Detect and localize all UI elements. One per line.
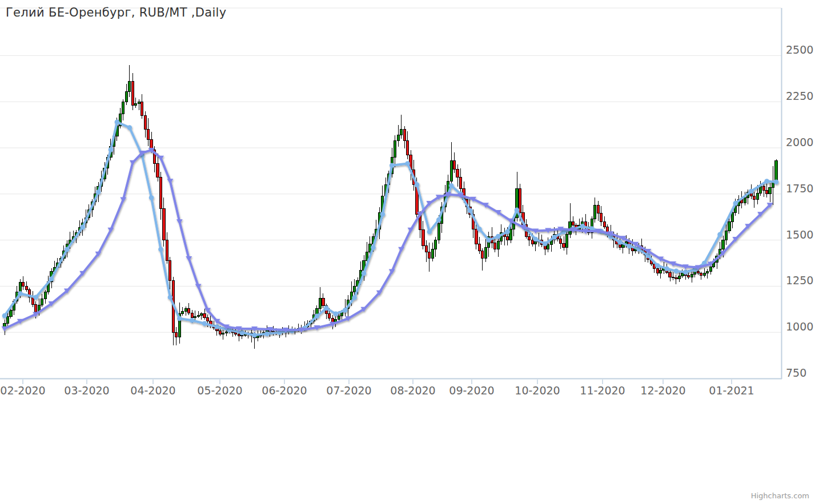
x-axis-label: 07-2020 [326, 384, 371, 397]
candle [681, 273, 684, 276]
candle [497, 241, 499, 249]
y-axis-label: 2250 [786, 90, 813, 102]
candle [163, 209, 165, 240]
sma-short-marker [496, 234, 501, 239]
candle [425, 245, 427, 252]
candle [597, 205, 599, 213]
sma-long-marker [176, 219, 183, 224]
candle [437, 224, 440, 240]
sma-short-marker [717, 232, 722, 237]
candle [690, 274, 693, 277]
sma-short-series[interactable] [2, 119, 779, 337]
y-axis-label: 750 [786, 366, 806, 379]
candle [703, 273, 705, 275]
sma-long-marker [398, 247, 404, 252]
candle [129, 82, 131, 92]
highcharts-container: 250022502000175015001250100075002-202003… [0, 0, 815, 504]
candle [35, 305, 37, 312]
sma-long-marker [130, 160, 136, 166]
candle [197, 315, 199, 316]
candle [775, 161, 777, 182]
candle [175, 332, 178, 337]
candle [319, 298, 321, 308]
x-axis-label: 10-2020 [515, 384, 560, 397]
sma-short-marker [415, 182, 420, 187]
highcharts-credit[interactable]: Highcharts.com [751, 491, 809, 500]
sma-short-marker [436, 217, 441, 223]
sma-short-marker [468, 208, 473, 213]
sma-short-marker [543, 241, 548, 247]
sma-short-marker [362, 271, 367, 276]
candle [531, 240, 533, 244]
candle [156, 163, 159, 177]
sma-short-marker [109, 147, 114, 152]
sma-short-marker [371, 245, 376, 250]
candle [563, 243, 565, 247]
candle [675, 278, 677, 279]
candle [241, 335, 243, 336]
x-axis-label: 09-2020 [449, 384, 494, 397]
candle [44, 292, 46, 299]
price-plot[interactable]: 250022502000175015001250100075002-202003… [0, 0, 815, 504]
candle [138, 102, 140, 103]
sma-short-marker [683, 270, 688, 275]
x-axis-label: 01-2021 [709, 384, 754, 397]
sma-short-marker [477, 227, 482, 232]
candle [328, 314, 331, 318]
candle [322, 298, 324, 306]
candle [435, 240, 437, 249]
sma-long-marker [167, 179, 173, 184]
candle [688, 275, 690, 277]
y-axis-label: 2000 [786, 136, 813, 148]
sma-short-marker [664, 266, 669, 271]
sma-short-marker [486, 237, 491, 243]
sma-short-marker [380, 212, 386, 217]
candle [200, 314, 202, 315]
candle [535, 242, 537, 244]
candle [728, 221, 730, 231]
candle [22, 283, 25, 286]
y-axis-label: 1250 [786, 274, 813, 287]
candle [41, 299, 43, 305]
candle [184, 308, 187, 311]
candle [669, 272, 671, 277]
sma-short-marker [617, 240, 623, 245]
sma-short-marker [252, 333, 257, 338]
candle [194, 316, 196, 317]
sma-long-marker [120, 197, 126, 202]
candle [494, 243, 496, 249]
sma-short-marker [390, 163, 395, 168]
candle [31, 297, 34, 305]
candle [141, 102, 143, 115]
candle [547, 244, 549, 249]
sma-short-marker [655, 263, 660, 268]
sma-short-marker [65, 247, 70, 252]
candle [6, 317, 9, 323]
candle [397, 135, 399, 140]
axes [0, 8, 782, 379]
candle [722, 240, 724, 249]
candle [519, 188, 521, 212]
candle [122, 102, 125, 114]
x-axis-label: 05-2020 [197, 384, 242, 397]
candle [191, 313, 193, 317]
x-axis-label: 08-2020 [390, 384, 435, 397]
sma-short-marker [343, 308, 348, 313]
candle [10, 310, 12, 316]
candle [19, 283, 21, 292]
candle [188, 308, 190, 313]
sma-short-marker [315, 313, 320, 318]
sma-short-marker [202, 321, 207, 326]
candle [431, 249, 433, 259]
sma-short-marker [264, 331, 270, 336]
candle [166, 240, 168, 261]
candle [428, 252, 431, 259]
sma-short-marker [774, 179, 779, 184]
x-axis-label: 06-2020 [262, 384, 307, 397]
candle [769, 187, 771, 193]
candle [753, 196, 756, 199]
candle [697, 272, 699, 273]
candle [135, 103, 137, 105]
candle [25, 286, 27, 289]
candle [744, 197, 746, 203]
